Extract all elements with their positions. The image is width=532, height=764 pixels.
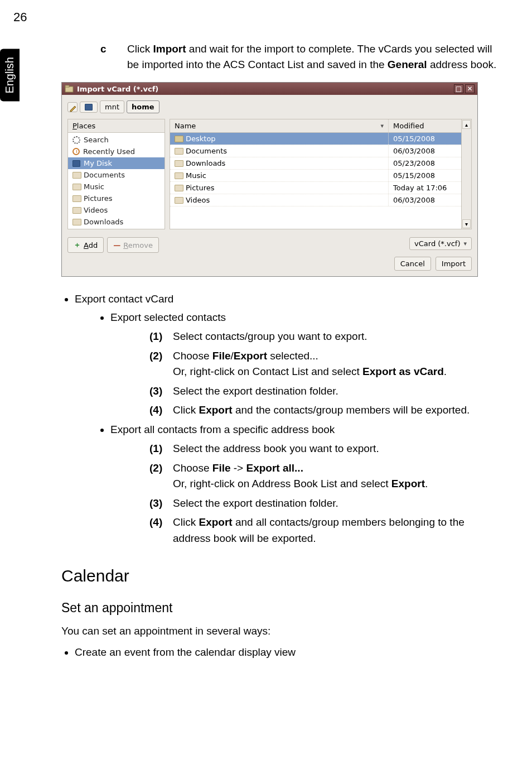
place-item[interactable]: Music bbox=[68, 181, 165, 193]
place-item[interactable]: Documents bbox=[68, 169, 165, 181]
breadcrumb-root[interactable] bbox=[80, 102, 98, 113]
app-icon bbox=[65, 85, 74, 93]
heading-set-appointment: Set an appointment bbox=[61, 598, 499, 618]
file-modified: 05/15/2008 bbox=[389, 133, 461, 145]
cancel-button[interactable]: Cancel bbox=[394, 257, 431, 271]
n: (4) bbox=[149, 402, 166, 419]
n: (4) bbox=[149, 515, 166, 546]
t: Click bbox=[127, 43, 153, 55]
place-label: Documents bbox=[84, 171, 125, 179]
n: (1) bbox=[149, 329, 166, 345]
file-type-filter[interactable]: vCard (*.vcf) ▾ bbox=[409, 237, 472, 250]
place-item[interactable]: Downloads bbox=[68, 216, 165, 228]
t: vCard (*.vcf) bbox=[414, 239, 460, 248]
folder-icon bbox=[72, 172, 80, 179]
t: Choose File/Export selected... Or, right… bbox=[173, 348, 447, 380]
language-tab: English bbox=[0, 49, 20, 102]
column-header-name[interactable]: Name ▾ bbox=[170, 119, 389, 132]
step-1b: (1)Select the address book you want to e… bbox=[149, 441, 499, 457]
place-label: Pictures bbox=[84, 194, 112, 203]
step-2b: (2) Choose File -> Export all... Or, rig… bbox=[149, 460, 499, 492]
t: Click Export and all contacts/group memb… bbox=[173, 515, 499, 546]
bullet-export-vcard: Export contact vCard Export selected con… bbox=[75, 291, 499, 546]
places-header[interactable]: Places bbox=[68, 119, 165, 133]
place-item[interactable]: Videos bbox=[68, 204, 165, 216]
disk-icon bbox=[85, 104, 93, 110]
remove-place-button[interactable]: —Remove bbox=[107, 237, 159, 253]
place-label: My Disk bbox=[84, 159, 112, 167]
step-1: (1)Select contacts/group you want to exp… bbox=[149, 329, 499, 345]
place-item[interactable]: Pictures bbox=[68, 193, 165, 204]
chevron-down-icon: ▾ bbox=[463, 240, 467, 247]
import-vcard-dialog: Import vCard (*.vcf) □ ✕ mnt home Places bbox=[61, 82, 478, 277]
folder-icon bbox=[72, 219, 80, 225]
files-pane: Name ▾ Modified Desktop05/15/2008Documen… bbox=[170, 119, 462, 229]
step-letter: c bbox=[100, 41, 110, 72]
file-modified: 06/03/2008 bbox=[389, 145, 461, 157]
t: Select the address book you want to expo… bbox=[173, 441, 379, 457]
edit-path-icon[interactable] bbox=[67, 102, 78, 112]
scroll-up-icon[interactable]: ▴ bbox=[462, 120, 471, 129]
file-modified: Today at 17:06 bbox=[389, 182, 461, 194]
file-name: Music bbox=[186, 171, 206, 180]
general-word: General bbox=[388, 59, 427, 70]
dialog-title: Import vCard (*.vcf) bbox=[77, 85, 158, 93]
bullet-export-all: Export all contacts from a specific addr… bbox=[110, 422, 499, 547]
add-place-button[interactable]: ＋Add bbox=[67, 237, 104, 253]
file-row[interactable]: Documents06/03/2008 bbox=[170, 145, 461, 157]
t: Select the export destination folder. bbox=[173, 496, 338, 512]
scroll-down-icon[interactable]: ▾ bbox=[462, 219, 471, 228]
gear-icon bbox=[72, 136, 80, 144]
file-row[interactable]: Videos06/03/2008 bbox=[170, 194, 461, 206]
folder-icon bbox=[175, 160, 182, 167]
import-button[interactable]: Import bbox=[436, 257, 472, 271]
file-row[interactable]: Desktop05/15/2008 bbox=[170, 133, 461, 145]
file-row[interactable]: Downloads05/23/2008 bbox=[170, 157, 461, 170]
step-3b: (3)Select the export destination folder. bbox=[149, 496, 499, 512]
step-2: (2) Choose File/Export selected... Or, r… bbox=[149, 348, 499, 380]
column-header-modified[interactable]: Modified bbox=[389, 119, 461, 132]
close-button[interactable]: ✕ bbox=[465, 84, 475, 93]
breadcrumb-seg[interactable]: mnt bbox=[100, 100, 124, 113]
place-item[interactable]: Recently Used bbox=[68, 146, 165, 157]
file-name: Documents bbox=[186, 147, 227, 155]
plus-icon: ＋ bbox=[74, 240, 81, 250]
file-modified: 05/15/2008 bbox=[389, 170, 461, 181]
t: Choose File -> Export all... Or, right-c… bbox=[173, 460, 428, 492]
place-item[interactable]: Search bbox=[68, 134, 165, 146]
place-label: Music bbox=[84, 182, 104, 191]
scrollbar[interactable]: ▴ ▾ bbox=[462, 119, 472, 229]
step-4: (4) Click Export and the contacts/group … bbox=[149, 402, 499, 419]
chevron-down-icon: ▾ bbox=[380, 122, 384, 129]
n: (3) bbox=[149, 496, 166, 512]
disk-icon bbox=[72, 160, 80, 167]
file-row[interactable]: Music05/15/2008 bbox=[170, 170, 461, 182]
place-label: Recently Used bbox=[83, 147, 135, 156]
t: Export selected contacts bbox=[110, 311, 226, 323]
t: Export all contacts from a specific addr… bbox=[110, 424, 335, 435]
breadcrumb: mnt home bbox=[67, 100, 472, 113]
t: Name bbox=[175, 122, 196, 130]
page-number: 26 bbox=[13, 10, 532, 25]
file-row[interactable]: PicturesToday at 17:06 bbox=[170, 182, 461, 194]
file-name: Desktop bbox=[186, 134, 216, 143]
bullet-export-selected: Export selected contacts (1)Select conta… bbox=[110, 310, 499, 419]
maximize-button[interactable]: □ bbox=[454, 84, 463, 93]
folder-icon bbox=[72, 195, 80, 202]
t: Click Export and the contacts/group memb… bbox=[173, 402, 470, 419]
place-item[interactable]: My Disk bbox=[68, 157, 165, 169]
file-name: Downloads bbox=[186, 159, 225, 167]
file-name: Pictures bbox=[186, 184, 214, 192]
heading-calendar: Calendar bbox=[61, 563, 499, 588]
folder-icon bbox=[175, 172, 182, 179]
step-4b: (4) Click Export and all contacts/group … bbox=[149, 515, 499, 546]
t: Export contact vCard bbox=[75, 293, 173, 305]
n: (2) bbox=[149, 460, 166, 492]
step-3: (3)Select the export destination folder. bbox=[149, 383, 499, 400]
n: (2) bbox=[149, 348, 166, 380]
titlebar: Import vCard (*.vcf) □ ✕ bbox=[62, 83, 477, 95]
breadcrumb-seg-current[interactable]: home bbox=[127, 100, 159, 113]
bullet-create-event: Create an event from the calendar displa… bbox=[75, 645, 499, 661]
open-folder-icon bbox=[175, 136, 182, 142]
folder-icon bbox=[175, 197, 182, 204]
